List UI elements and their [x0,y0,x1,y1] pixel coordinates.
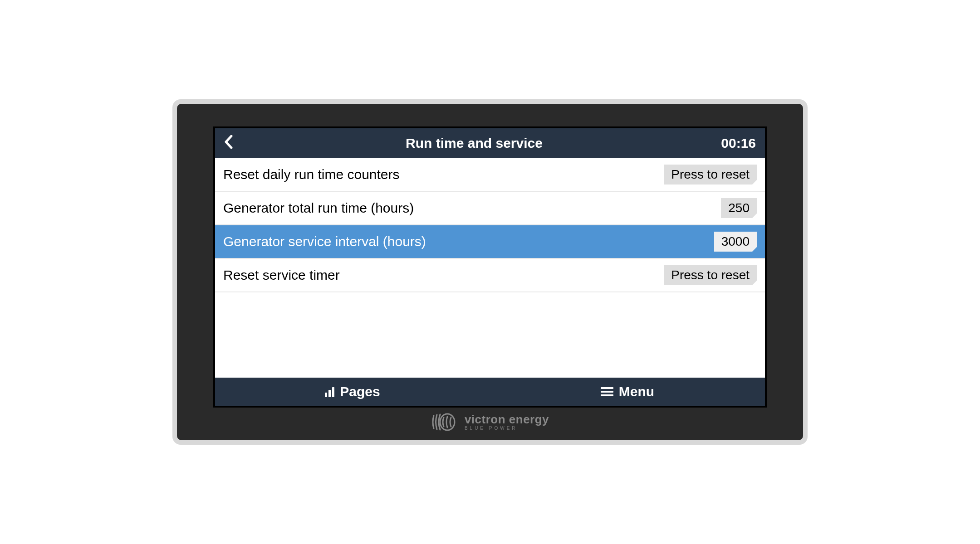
menu-button[interactable]: Menu [490,378,765,406]
menu-label: Menu [619,384,654,399]
chevron-left-icon [224,135,234,149]
pages-label: Pages [340,384,380,399]
hamburger-icon [601,387,613,396]
brand-logo-icon [431,412,458,432]
row-total-runtime[interactable]: Generator total run time (hours) 250 [215,192,765,225]
row-value[interactable]: 3000 [714,232,757,252]
bars-icon [325,386,334,397]
row-reset-daily[interactable]: Reset daily run time counters Press to r… [215,158,765,192]
page-title: Run time and service [247,136,701,151]
brand-tagline: BLUE POWER [465,426,549,431]
clock: 00:16 [701,136,756,151]
row-value-button[interactable]: Press to reset [664,265,757,285]
pages-button[interactable]: Pages [215,378,490,406]
row-label: Reset daily run time counters [223,167,400,182]
footer-bar: Pages Menu [215,378,765,406]
device-frame: Run time and service 00:16 Reset daily r… [172,99,808,445]
device-bezel: Run time and service 00:16 Reset daily r… [177,104,803,440]
row-value[interactable]: 250 [721,198,757,218]
back-button[interactable] [224,134,247,153]
header-bar: Run time and service 00:16 [215,128,765,158]
row-service-interval[interactable]: Generator service interval (hours) 3000 [215,225,765,259]
row-value-button[interactable]: Press to reset [664,165,757,185]
row-label: Reset service timer [223,267,340,283]
settings-list: Reset daily run time counters Press to r… [215,158,765,378]
brand-name: victron energy [465,413,549,425]
brand-area: victron energy BLUE POWER [213,408,767,435]
brand-text: victron energy BLUE POWER [465,413,549,431]
row-reset-service[interactable]: Reset service timer Press to reset [215,259,765,292]
screen: Run time and service 00:16 Reset daily r… [213,126,767,408]
row-label: Generator total run time (hours) [223,200,414,216]
row-label: Generator service interval (hours) [223,234,426,249]
